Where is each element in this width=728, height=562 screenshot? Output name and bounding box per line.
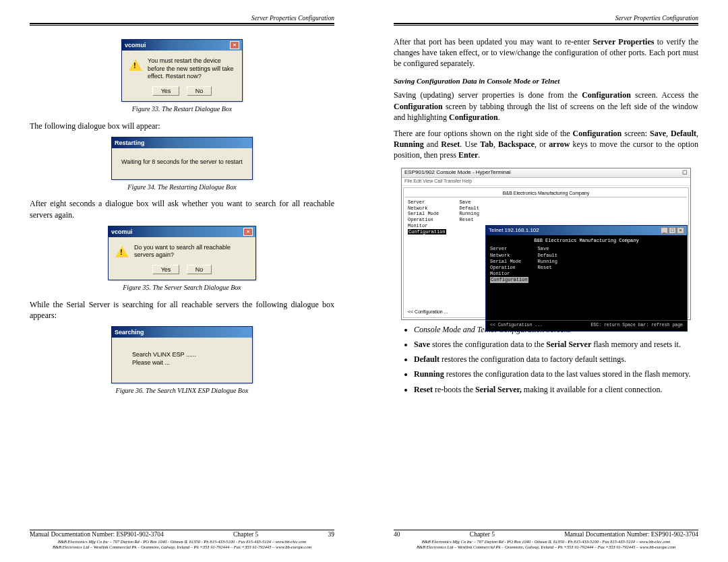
telnet-footer-left: << Configuration ... [490,323,543,329]
restart-dialog-title: vcomui [125,41,146,49]
footer-page: 39 [328,531,334,538]
telnet-company: B&B Electronics Manufacturing Company [490,238,683,244]
footer-docnum: Manual Documentation Number: ESP901-902-… [564,531,698,538]
list-item: Default restores the configuration data … [414,354,698,365]
body-right: After that port has been updated you may… [394,34,698,527]
telnet-left-col: Server Network Serial Mode Operation Mon… [490,246,528,283]
rule-top-left [30,23,334,26]
console-window-title: ESP901/902 Console Mode - HyperTerminal [404,169,510,177]
restart-dialog-message: You must restart the device before the n… [148,57,235,81]
search-dialog-message: Do you want to search all reachable serv… [134,244,249,259]
no-button[interactable]: No [187,86,212,96]
console-right-col: Save Default Running Reset [460,199,479,235]
footer-fine2: B&B Electronics Ltd – Westlink Commercia… [30,544,334,550]
search-dialog-title: vcomui [111,228,133,236]
fig35-caption: Figure 35. The Server Search Dialogue Bo… [30,283,334,292]
search-dialog-titlebar: vcomui × [109,226,255,237]
footer-page: 40 [394,531,400,538]
console-screenshot: ESP901/902 Console Mode - HyperTerminal … [401,168,691,320]
page-header-right: Server Properties Configuration [394,15,698,22]
console-menu: File Edit View Call Transfer Help [402,178,690,186]
console-left-col: Server Network Serial Mode Operation Mon… [408,199,446,235]
restart-dialog: vcomui × You must restart the device bef… [121,39,243,102]
restarting-titlebar: Restarting [112,137,252,148]
window-controls-icon[interactable]: _□× [661,227,684,235]
close-icon[interactable]: × [243,228,253,236]
paragraph: The following dialogue box will appear: [30,121,334,131]
telnet-right-col: Save Default Running Reset [538,246,557,283]
footer-fine1: B&B Electronics Mfg Co Inc – 707 Dayton … [30,539,334,544]
search-dialog: vcomui × Do you want to search all reach… [108,226,256,280]
restarting-title: Restarting [115,139,145,147]
page-right: Server Properties Configuration After th… [364,0,728,562]
body-left: vcomui × You must restart the device bef… [30,34,334,527]
page-left: Server Properties Configuration vcomui ×… [0,0,364,562]
footer-left: Manual Documentation Number: ESP901-902-… [30,530,334,550]
restarting-message: Waiting for 8 seconds for the server to … [112,148,252,179]
telnet-footer-right: ESC: return Space bar: refresh page [590,323,683,329]
paragraph: Saving (updating) server properties is d… [394,90,698,123]
footer-chapter: Chapter 5 [233,531,258,538]
bullet-list: Console Mode and Telnet Configuration Sc… [394,324,698,395]
no-button[interactable]: No [187,265,212,274]
rule-top-right [394,23,698,26]
section-heading: Saving Configuration Data in Console Mod… [394,76,698,86]
yes-button[interactable]: Yes [152,86,180,96]
warning-icon [115,245,129,257]
paragraph: After that port has been updated you may… [394,36,698,69]
paragraph: There are four options shown on the righ… [394,128,698,161]
searching-title: Searching [115,328,144,336]
paragraph: While the Serial Server is searching for… [30,299,334,321]
searching-line2: Please wait ... [132,359,245,367]
restarting-dialog: Restarting Waiting for 8 seconds for the… [111,137,253,180]
footer-fine2: B&B Electronics Ltd – Westlink Commercia… [394,544,698,550]
footer-docnum: Manual Documentation Number: ESP901-902-… [30,531,164,538]
winctrls-icon: ▢ [682,169,688,177]
searching-dialog: Searching Search VLINX ESP ...... Please… [111,326,253,383]
console-company: B&B Electronics Manufacturing Company [405,189,687,197]
list-item: Running restores the configuration data … [414,369,698,379]
footer-fine1: B&B Electronics Mfg Co Inc – 707 Dayton … [394,539,698,544]
telnet-window: Telnet 192.168.1.102 _□× B&B Electronics… [485,225,688,332]
fig34-caption: Figure 34. The Restarting Dialogue Box [30,183,334,192]
close-icon[interactable]: × [230,41,239,49]
searching-line1: Search VLINX ESP ...... [132,351,245,359]
warning-icon [129,59,142,71]
restart-dialog-titlebar: vcomui × [122,40,242,51]
page-header-left: Server Properties Configuration [30,15,334,22]
fig33-caption: Figure 33. The Restart Dialogue Box [30,104,334,114]
footer-chapter: Chapter 5 [470,531,495,538]
list-item: Save stores the configuration data to th… [414,339,698,350]
searching-titlebar: Searching [112,327,252,338]
yes-button[interactable]: Yes [152,265,180,274]
telnet-title: Telnet 192.168.1.102 [489,227,539,235]
list-item: Reset re-boots the Serial Server, making… [414,384,698,395]
paragraph: After eight seconds a dialogue box will … [30,198,334,220]
footer-right: 40 Chapter 5 Manual Documentation Number… [394,530,698,550]
fig36-caption: Figure 36. The Search VLINX ESP Dialogue… [30,386,334,396]
